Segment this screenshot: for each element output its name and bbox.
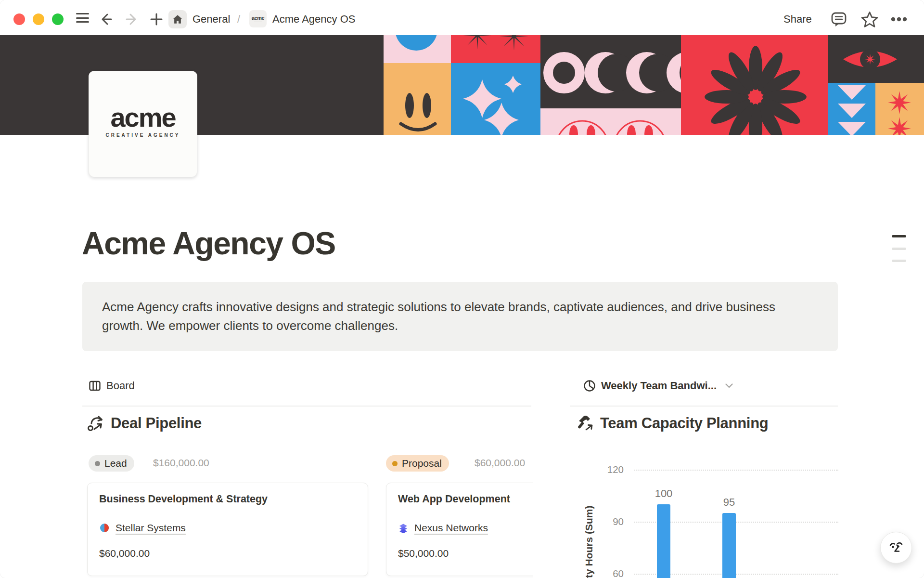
app-window: General / acme Acme Agency OS Share: [0, 0, 924, 578]
breadcrumb-page-icon[interactable]: acme: [249, 10, 267, 27]
deal-pipeline-heading[interactable]: Deal Pipeline: [87, 414, 202, 433]
y-tick-60: 60: [595, 567, 624, 578]
comments-button[interactable]: [830, 11, 847, 28]
nexus-networks-icon: [398, 523, 409, 533]
deal-card[interactable]: Web App Development Nexus Networks $50,0…: [386, 483, 533, 576]
toolbar: General / acme Acme Agency OS Share: [0, 0, 924, 35]
deal-title: Business Development & Strategy: [99, 493, 356, 505]
zoom-window-button[interactable]: [52, 13, 64, 25]
workspace-logo-card: acme CREATIVE AGENCY: [89, 71, 197, 177]
callout-text: Acme Agency crafts innovative designs an…: [82, 282, 819, 335]
company-link[interactable]: Nexus Networks: [414, 522, 488, 534]
stellar-systems-icon: [99, 523, 110, 533]
kanban-board: Lead $160,000.00 Business Development & …: [82, 448, 533, 578]
callout-block[interactable]: Acme Agency crafts innovative designs an…: [82, 282, 838, 351]
sidebar-menu-button[interactable]: [76, 13, 89, 23]
notion-ai-button[interactable]: [880, 532, 912, 564]
minimize-window-button[interactable]: [33, 13, 44, 25]
share-button[interactable]: Share: [783, 13, 812, 26]
divider: [570, 406, 838, 407]
status-pill-lead[interactable]: Lead: [89, 455, 134, 472]
home-icon: [171, 13, 184, 26]
status-dot: [392, 461, 398, 466]
team-capacity-heading[interactable]: Team Capacity Planning: [576, 414, 768, 433]
divider: [82, 406, 531, 407]
status-label: Lead: [104, 458, 127, 469]
toc-indicator[interactable]: [892, 248, 906, 250]
company-link[interactable]: Stellar Systems: [116, 522, 186, 534]
gridline: [634, 470, 838, 471]
close-window-button[interactable]: [13, 13, 25, 25]
logo-tagline: CREATIVE AGENCY: [89, 132, 197, 138]
bar-value-label: 100: [646, 487, 681, 500]
breadcrumb-page[interactable]: Acme Agency OS: [272, 13, 355, 26]
team-capacity-title: Team Capacity Planning: [600, 415, 768, 432]
toc-indicator-active[interactable]: [892, 235, 906, 237]
more-options-button[interactable]: [890, 11, 908, 28]
chart-view-selector[interactable]: Weekly Team Bandwi...: [583, 380, 733, 392]
home-button[interactable]: [168, 10, 187, 28]
column-total: $60,000.00: [475, 457, 525, 469]
deal-title: Web App Development: [398, 493, 533, 505]
status-dot: [95, 461, 100, 466]
hammer-icon: [576, 414, 594, 433]
pipeline-icon: [87, 414, 105, 433]
page-title[interactable]: Acme Agency OS: [82, 225, 335, 261]
back-button[interactable]: [99, 12, 114, 26]
toc-indicator[interactable]: [892, 260, 906, 262]
status-pill-proposal[interactable]: Proposal: [386, 455, 449, 472]
new-page-button[interactable]: [149, 12, 164, 26]
deal-pipeline-title: Deal Pipeline: [111, 415, 202, 432]
status-label: Proposal: [402, 458, 442, 469]
deal-amount: $50,000.00: [398, 548, 533, 559]
forward-button[interactable]: [124, 12, 139, 26]
chevron-down-icon: [725, 382, 733, 389]
board-icon: [89, 380, 101, 392]
board-view-tab[interactable]: Board: [89, 380, 135, 392]
chart-view-label: Weekly Team Bandwi...: [601, 380, 717, 392]
ai-face-icon: [886, 538, 906, 557]
pie-chart-icon: [583, 380, 596, 392]
logo-wordmark: acme: [89, 104, 197, 131]
chart-y-axis-label: ty Hours (Sum): [583, 495, 596, 578]
deal-card[interactable]: Business Development & Strategy Stellar …: [87, 483, 368, 576]
chart-bar-2: [722, 513, 736, 578]
breadcrumb-root[interactable]: General: [192, 13, 230, 26]
board-tab-label: Board: [106, 380, 135, 392]
deal-amount: $60,000.00: [99, 548, 356, 559]
bar-value-label: 95: [712, 496, 746, 509]
y-tick-120: 120: [595, 463, 624, 476]
breadcrumb-separator: /: [237, 13, 240, 26]
column-total: $160,000.00: [153, 457, 209, 469]
y-tick-90: 90: [595, 515, 624, 528]
chart-bar-1: [657, 504, 670, 578]
favorite-star-button[interactable]: [861, 11, 878, 28]
